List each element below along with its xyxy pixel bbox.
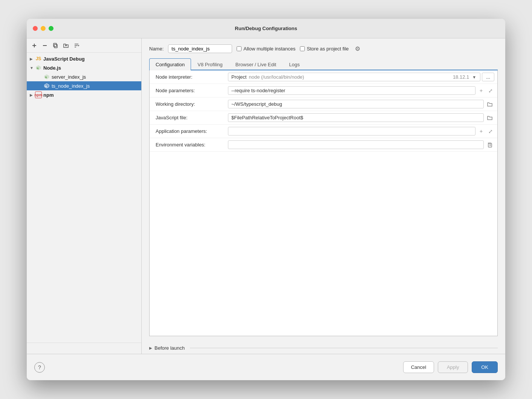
npm-icon: npm — [35, 91, 42, 98]
tab-v8profiling[interactable]: V8 Profiling — [191, 58, 229, 70]
sidebar: ▶ JS JavaScript Debug ▼ N Node.js N — [27, 38, 142, 354]
expand-icon-js-debug: ▶ — [30, 57, 35, 61]
app-params-label: Application parameters: — [150, 125, 225, 138]
env-vars-copy-button[interactable] — [485, 141, 494, 149]
footer-buttons: Cancel Apply OK — [403, 361, 498, 373]
move-to-folder-button[interactable] — [61, 42, 70, 49]
env-vars-value — [225, 138, 497, 152]
interpreter-dropdown-button[interactable]: ▼ — [471, 75, 477, 79]
store-project-checkbox[interactable] — [300, 46, 305, 51]
sidebar-item-npm[interactable]: ▶ npm npm — [27, 90, 141, 99]
close-button[interactable] — [33, 26, 38, 31]
tabs-bar: Configuration V8 Profiling Browser / Liv… — [149, 58, 498, 70]
apply-button: Apply — [438, 361, 468, 373]
interp-project: Project — [231, 74, 246, 80]
js-file-label: JavaScript file: — [150, 111, 225, 125]
window-title: Run/Debug Configurations — [235, 26, 297, 31]
tab-logs[interactable]: Logs — [283, 58, 306, 70]
before-launch-expand-icon: ▶ — [149, 346, 152, 350]
gear-icon[interactable]: ⚙ — [355, 45, 360, 52]
svg-rect-3 — [54, 44, 57, 48]
js-file-browse-button[interactable] — [485, 114, 494, 122]
svg-rect-4 — [54, 43, 57, 47]
name-row: Name: Allow multiple instances Store as … — [149, 44, 498, 53]
nodejs-group-icon: N — [35, 64, 42, 71]
before-launch-section: ▶ Before launch — [149, 342, 498, 354]
right-panel: Name: Allow multiple instances Store as … — [142, 38, 505, 354]
add-config-button[interactable] — [30, 42, 39, 49]
allow-multiple-label: Allow multiple instances — [237, 46, 295, 52]
app-params-input[interactable] — [228, 127, 475, 136]
sidebar-item-nodejs[interactable]: ▼ N Node.js — [27, 63, 141, 72]
node-params-value: ＋ ⤢ — [225, 84, 497, 97]
interpreter-container: Project node (/usr/local/bin/node) 18.12… — [228, 73, 480, 81]
node-interpreter-label: Node interpreter: — [150, 70, 225, 84]
cancel-button[interactable]: Cancel — [403, 361, 434, 373]
run-debug-window: Run/Debug Configurations — [27, 19, 505, 380]
interp-version: 18.12.1 — [453, 74, 469, 80]
help-button[interactable]: ? — [34, 362, 45, 373]
app-params-expand-button[interactable]: ⤢ — [487, 128, 494, 135]
sidebar-toolbar — [27, 38, 141, 53]
store-project-label: Store as project file — [300, 46, 349, 52]
expand-icon-nodejs: ▼ — [30, 66, 35, 70]
sidebar-item-ts-node-index[interactable]: N ts_node_index_js — [27, 81, 141, 90]
sidebar-item-server-index[interactable]: N server_index_js — [27, 72, 141, 81]
titlebar: Run/Debug Configurations — [27, 19, 505, 38]
name-label: Name: — [149, 46, 164, 52]
window-controls — [33, 26, 54, 31]
before-launch-header[interactable]: ▶ Before launch — [149, 342, 498, 354]
node-params-input[interactable] — [228, 86, 475, 95]
name-input[interactable] — [168, 44, 232, 53]
app-params-add-button[interactable]: ＋ — [477, 127, 485, 136]
interp-path: node (/usr/local/bin/node) — [249, 74, 450, 80]
nodejs-label: Node.js — [43, 65, 138, 71]
node-interpreter-value: Project node (/usr/local/bin/node) 18.12… — [225, 70, 497, 84]
bottom-bar: ? Cancel Apply OK — [27, 354, 505, 380]
server-index-label: server_index_js — [52, 74, 138, 80]
js-file-value — [225, 111, 497, 125]
working-dir-input[interactable] — [228, 100, 484, 108]
config-panel: Node interpreter: Project node (/usr/loc… — [149, 70, 498, 336]
svg-text:N: N — [45, 85, 47, 88]
svg-text:N: N — [37, 67, 39, 70]
maximize-button[interactable] — [49, 26, 54, 31]
sidebar-item-js-debug[interactable]: ▶ JS JavaScript Debug — [27, 54, 141, 63]
remove-config-button[interactable] — [40, 42, 49, 49]
allow-multiple-checkbox[interactable] — [237, 46, 242, 51]
sort-button[interactable] — [72, 42, 81, 49]
working-dir-value — [225, 97, 497, 111]
js-debug-label: JavaScript Debug — [43, 56, 138, 62]
node-params-add-button[interactable]: ＋ — [477, 87, 485, 95]
js-debug-icon: JS — [35, 55, 42, 62]
working-dir-browse-button[interactable] — [485, 101, 494, 108]
sidebar-bottom — [27, 343, 141, 354]
node-params-expand-button[interactable]: ⤢ — [487, 87, 494, 94]
env-vars-label: Environment variables: — [150, 138, 225, 152]
server-index-icon: N — [43, 73, 50, 80]
tab-browser-live-edit[interactable]: Browser / Live Edit — [229, 58, 283, 70]
minimize-button[interactable] — [41, 26, 46, 31]
app-params-value: ＋ ⤢ — [225, 125, 497, 138]
sidebar-tree: ▶ JS JavaScript Debug ▼ N Node.js N — [27, 53, 141, 343]
config-grid: Node interpreter: Project node (/usr/loc… — [150, 70, 497, 152]
env-vars-input[interactable] — [228, 140, 484, 149]
copy-config-button[interactable] — [51, 42, 60, 49]
js-file-input[interactable] — [228, 113, 484, 122]
working-dir-label: Working directory: — [150, 97, 225, 111]
svg-text:N: N — [45, 76, 47, 79]
npm-label: npm — [43, 92, 138, 98]
ts-node-icon: N — [43, 82, 50, 89]
node-params-label: Node parameters: — [150, 84, 225, 97]
before-launch-label: Before launch — [154, 345, 185, 351]
ts-node-index-label: ts_node_index_js — [52, 83, 138, 89]
svg-rect-15 — [488, 143, 492, 147]
ok-button[interactable]: OK — [472, 361, 498, 373]
tab-configuration[interactable]: Configuration — [149, 58, 191, 70]
main-content: ▶ JS JavaScript Debug ▼ N Node.js N — [27, 38, 505, 354]
interpreter-more-button[interactable]: ... — [482, 73, 494, 81]
